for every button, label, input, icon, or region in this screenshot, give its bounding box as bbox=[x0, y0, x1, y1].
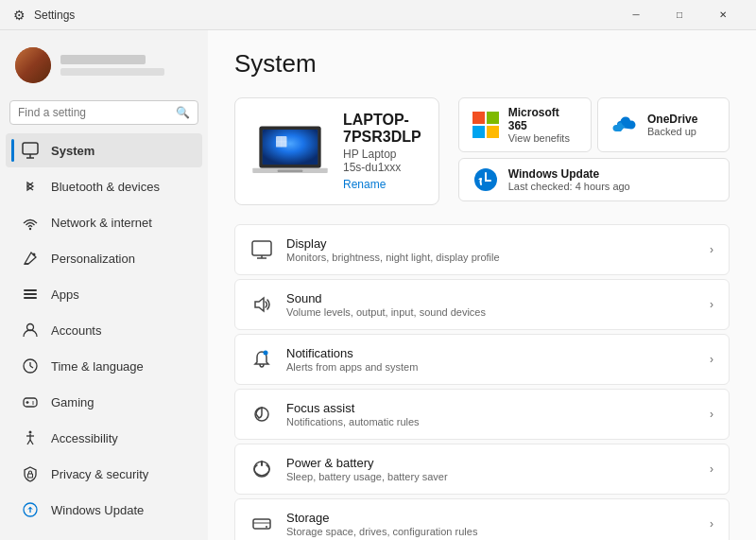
device-section: LAPTOP-7PSR3DLP HP Laptop 15s-du1xxx Ren… bbox=[234, 97, 730, 205]
notifications-chevron: › bbox=[710, 353, 713, 366]
system-icon bbox=[21, 141, 40, 160]
focus-title: Focus assist bbox=[286, 401, 696, 415]
svg-rect-23 bbox=[28, 474, 33, 478]
nav-item-system[interactable]: System bbox=[6, 133, 202, 167]
svg-rect-0 bbox=[23, 143, 38, 154]
svg-rect-34 bbox=[487, 112, 499, 124]
nav-item-accessibility[interactable]: Accessibility bbox=[6, 421, 202, 455]
titlebar-title: Settings bbox=[34, 9, 75, 22]
titlebar-controls: ─ □ ✕ bbox=[614, 0, 745, 30]
svg-line-21 bbox=[27, 440, 30, 444]
nav-label-apps: Apps bbox=[51, 287, 79, 302]
svg-line-12 bbox=[30, 366, 33, 368]
display-icon bbox=[250, 238, 273, 261]
settings-item-notifications[interactable]: Notifications Alerts from apps and syste… bbox=[234, 334, 730, 385]
network-icon bbox=[21, 213, 40, 232]
minimize-button[interactable]: ─ bbox=[614, 0, 658, 30]
notifications-icon bbox=[250, 348, 273, 371]
notifications-text: Notifications Alerts from apps and syste… bbox=[286, 346, 696, 373]
close-button[interactable]: ✕ bbox=[701, 0, 745, 30]
settings-item-power[interactable]: Power & battery Sleep, battery usage, ba… bbox=[234, 444, 730, 495]
device-rename[interactable]: Rename bbox=[343, 178, 421, 191]
onedrive-icon bbox=[611, 112, 638, 138]
storage-chevron: › bbox=[710, 517, 713, 531]
settings-list: Display Monitors, brightness, night ligh… bbox=[234, 224, 730, 540]
windows-update-nav-icon bbox=[21, 500, 40, 519]
time-icon bbox=[21, 357, 40, 375]
sound-title: Sound bbox=[286, 291, 696, 305]
svg-rect-27 bbox=[263, 130, 318, 165]
wu-tile-info: Windows Update Last checked: 4 hours ago bbox=[508, 167, 630, 192]
nav-item-network[interactable]: Network & internet bbox=[6, 205, 202, 239]
nav-item-bluetooth[interactable]: Bluetooth & devices bbox=[6, 169, 202, 203]
onedrive-name: OneDrive bbox=[647, 113, 697, 126]
tile-onedrive[interactable]: OneDrive Backed up bbox=[597, 97, 730, 152]
nav-item-privacy[interactable]: Privacy & security bbox=[6, 457, 202, 491]
ms365-info: Microsoft 365 View benefits bbox=[508, 106, 577, 144]
display-title: Display bbox=[286, 236, 696, 251]
svg-point-18 bbox=[29, 431, 32, 434]
main-content: System bbox=[208, 30, 756, 540]
user-email bbox=[60, 68, 164, 76]
titlebar-left: ⚙ Settings bbox=[11, 8, 75, 23]
svg-rect-35 bbox=[472, 126, 485, 138]
focus-chevron: › bbox=[710, 408, 713, 421]
search-box[interactable]: 🔍 bbox=[9, 100, 198, 125]
nav-label-accounts: Accounts bbox=[51, 323, 101, 338]
settings-item-storage[interactable]: Storage Storage space, drives, configura… bbox=[234, 498, 730, 540]
wu-tile-desc: Last checked: 4 hours ago bbox=[508, 181, 630, 192]
device-card: LAPTOP-7PSR3DLP HP Laptop 15s-du1xxx Ren… bbox=[234, 97, 439, 205]
settings-item-display[interactable]: Display Monitors, brightness, night ligh… bbox=[234, 224, 730, 275]
device-info: LAPTOP-7PSR3DLP HP Laptop 15s-du1xxx Ren… bbox=[343, 112, 421, 191]
svg-line-22 bbox=[30, 440, 33, 444]
svg-point-16 bbox=[32, 401, 34, 403]
privacy-icon bbox=[21, 464, 40, 483]
tile-ms365[interactable]: Microsoft 365 View benefits bbox=[458, 97, 592, 152]
svg-point-17 bbox=[32, 403, 34, 405]
avatar-image bbox=[15, 47, 51, 83]
nav-label-network: Network & internet bbox=[51, 216, 152, 230]
svg-rect-13 bbox=[24, 398, 37, 407]
power-desc: Sleep, battery usage, battery saver bbox=[286, 471, 696, 482]
nav-item-gaming[interactable]: Gaming bbox=[6, 385, 202, 419]
svg-rect-8 bbox=[24, 297, 37, 299]
storage-title: Storage bbox=[286, 511, 696, 525]
wu-tile-icon bbox=[472, 166, 499, 193]
svg-rect-6 bbox=[24, 289, 37, 291]
user-name bbox=[60, 55, 146, 64]
app-container: 🔍 System Bluetooth & devices bbox=[0, 30, 756, 540]
device-model: HP Laptop 15s-du1xxx bbox=[343, 148, 421, 174]
nav-item-apps[interactable]: Apps bbox=[6, 277, 202, 311]
user-profile[interactable] bbox=[0, 38, 208, 93]
maximize-button[interactable]: □ bbox=[658, 0, 701, 30]
svg-rect-7 bbox=[24, 293, 37, 295]
search-icon: 🔍 bbox=[176, 106, 190, 119]
storage-text: Storage Storage space, drives, configura… bbox=[286, 511, 696, 537]
avatar bbox=[15, 47, 51, 83]
nav-item-accounts[interactable]: Accounts bbox=[6, 313, 202, 347]
nav-item-time[interactable]: Time & language bbox=[6, 349, 202, 383]
accessibility-icon bbox=[21, 428, 40, 447]
display-chevron: › bbox=[710, 243, 713, 256]
page-title: System bbox=[234, 49, 730, 78]
settings-app-icon: ⚙ bbox=[11, 8, 26, 23]
bluetooth-icon bbox=[21, 177, 40, 196]
nav-item-windows-update[interactable]: Windows Update bbox=[6, 493, 202, 527]
settings-item-focus[interactable]: Focus assist Notifications, automatic ru… bbox=[234, 389, 730, 440]
power-chevron: › bbox=[710, 462, 713, 476]
sound-text: Sound Volume levels, output, input, soun… bbox=[286, 291, 696, 318]
settings-item-sound[interactable]: Sound Volume levels, output, input, soun… bbox=[234, 279, 730, 330]
sound-desc: Volume levels, output, input, sound devi… bbox=[286, 306, 696, 318]
focus-icon bbox=[250, 403, 273, 426]
nav-item-personalization[interactable]: Personalization bbox=[6, 241, 202, 275]
tile-windows-update[interactable]: Windows Update Last checked: 4 hours ago bbox=[458, 158, 730, 201]
accounts-icon bbox=[21, 321, 40, 340]
svg-rect-33 bbox=[472, 112, 485, 124]
onedrive-desc: Backed up bbox=[647, 126, 697, 137]
tiles-row-1: Microsoft 365 View benefits OneDr bbox=[458, 97, 730, 152]
power-icon bbox=[250, 458, 273, 480]
svg-point-47 bbox=[266, 526, 267, 528]
search-input[interactable] bbox=[18, 106, 170, 119]
nav-label-privacy: Privacy & security bbox=[51, 467, 148, 481]
notifications-title: Notifications bbox=[286, 346, 696, 360]
